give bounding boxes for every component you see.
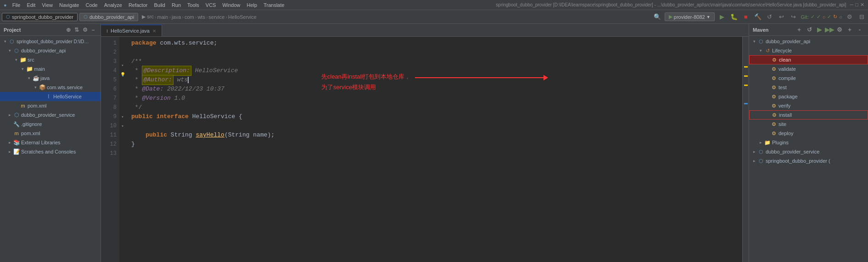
editor-tabs[interactable]: Ⅰ HelloService.java ✕: [101, 24, 749, 37]
maven-tree[interactable]: ▾ ⬡ dubbo_provider_api ▾ ↺ Lifecycle ⚙ c…: [749, 36, 868, 262]
undo-icon[interactable]: ↩: [777, 12, 786, 22]
menu-refactor[interactable]: Refactor: [126, 1, 151, 9]
project-tab-springboot[interactable]: ⬡ springboot_dubbo_provider: [2, 13, 78, 21]
menu-view[interactable]: View: [39, 1, 56, 9]
tree-item-src[interactable]: ▾ 📁 src: [0, 55, 101, 64]
maven-settings-icon[interactable]: ⚙: [835, 25, 844, 34]
maven-plugins[interactable]: ▸ 📁 Plugins: [749, 138, 868, 147]
run-icon[interactable]: ▶: [717, 12, 727, 22]
editor-tab-helloservice[interactable]: Ⅰ HelloService.java ✕: [101, 24, 162, 36]
code-editor[interactable]: 1 2 3 4 5 6 7 8 9 10 11 12 13: [101, 37, 749, 262]
window-minimize[interactable]: ─: [850, 2, 854, 8]
maven-run-icon2[interactable]: ▶▶: [825, 25, 834, 34]
menu-run[interactable]: Run: [169, 1, 184, 9]
maven-expand-icon[interactable]: +: [845, 25, 854, 34]
debug-icon[interactable]: 🐛: [729, 12, 739, 22]
breadcrumb-com[interactable]: com: [185, 14, 194, 20]
breadcrumb-service[interactable]: service: [209, 14, 225, 20]
line-fold-6: [119, 90, 126, 99]
code-line-2: [131, 48, 739, 57]
project-tab-icon: ⬡: [6, 14, 10, 19]
tree-item-gitignore[interactable]: 🔧 .gitignore: [0, 120, 101, 129]
maven-site[interactable]: ⚙ site: [749, 120, 868, 129]
menu-tools[interactable]: Tools: [185, 1, 202, 9]
menu-help[interactable]: Help: [244, 1, 260, 9]
search-icon[interactable]: 🔍: [653, 12, 662, 22]
tree-item-root[interactable]: ▾ ⬡ springboot_dubbo_provider D:\IDEA\le…: [0, 37, 101, 46]
menu-code[interactable]: Code: [83, 1, 100, 9]
maven-run-icon[interactable]: ▶: [815, 25, 824, 34]
project-tab-dubbo-api[interactable]: ⬡ dubbo_provider_api: [79, 13, 138, 21]
path-breadcrumb: ▶ src › main › java › com › wts › servic…: [142, 14, 257, 20]
tree-item-ext-libs[interactable]: ▸ 📚 External Libraries: [0, 138, 101, 147]
maven-clean[interactable]: ⚙ clean: [749, 55, 868, 64]
breadcrumb-java[interactable]: java: [172, 14, 181, 20]
maven-deploy[interactable]: ⚙ deploy: [749, 129, 868, 138]
panel-toolbar[interactable]: ⊕ ⇅ ⚙ –: [65, 26, 97, 34]
settings-icon[interactable]: ⚙: [845, 12, 854, 22]
maven-install[interactable]: ⚙ install: [749, 110, 868, 120]
menu-build[interactable]: Build: [151, 1, 168, 9]
code-content[interactable]: package com.wts.service; /** * @Descript…: [128, 37, 742, 262]
menu-navigate[interactable]: Navigate: [56, 1, 82, 9]
tree-item-pom2[interactable]: m pom.xml: [0, 129, 101, 138]
code-line-10: [131, 121, 739, 131]
maven-validate[interactable]: ⚙ validate: [749, 64, 868, 74]
tree-item-scratches[interactable]: ▸ 📝 Scratches and Consoles: [0, 147, 101, 156]
line-fold-13: [119, 164, 126, 173]
menu-analyze[interactable]: Analyze: [101, 1, 125, 9]
refresh-icon[interactable]: ↺: [765, 12, 774, 22]
maven-lifecycle[interactable]: ▾ ↺ Lifecycle: [749, 46, 868, 55]
maven-add-icon[interactable]: +: [795, 25, 804, 34]
panel-collapse-icon[interactable]: –: [90, 26, 97, 34]
tree-item-helloservice[interactable]: Ⅰ HelloService: [0, 92, 101, 101]
fold-icon-8[interactable]: ▾: [119, 112, 126, 121]
tab-close-icon[interactable]: ✕: [152, 28, 156, 34]
layout-icon[interactable]: ⊟: [857, 12, 866, 22]
redo-icon[interactable]: ↪: [789, 12, 798, 22]
breadcrumb-src[interactable]: ▶ src: [142, 14, 154, 20]
tree-item-main[interactable]: ▾ 📁 main: [0, 64, 101, 74]
server-selector[interactable]: ▶ provider-8082 ▼: [665, 12, 715, 21]
tree-item-package[interactable]: ▾ 📦 com.wts.service: [0, 83, 101, 92]
breadcrumb-wts[interactable]: wts: [197, 14, 205, 20]
breadcrumb-main[interactable]: main: [157, 14, 168, 20]
fold-icon-3[interactable]: ▾: [119, 61, 126, 70]
tree-item-pom1[interactable]: m pom.xml: [0, 101, 101, 110]
maven-springboot-provider[interactable]: ▸ ⬡ springboot_dubbo_provider (: [749, 156, 868, 165]
tree-label-helloservice: HelloService: [53, 94, 82, 99]
panel-sync-icon[interactable]: ⇅: [73, 26, 80, 34]
tree-item-dubbo-api[interactable]: ▾ ⬡ dubbo_provider_api: [0, 46, 101, 55]
maven-provider-service[interactable]: ▸ ⬡ dubbo_provider_service: [749, 147, 868, 156]
menu-window[interactable]: Window: [219, 1, 243, 9]
menu-file[interactable]: File: [10, 1, 23, 9]
title-bar: ● File Edit View Navigate Code Analyze R…: [0, 0, 868, 10]
breadcrumb-helloservice[interactable]: HelloService: [228, 14, 257, 20]
project-tree[interactable]: ▾ ⬡ springboot_dubbo_provider D:\IDEA\le…: [0, 36, 101, 262]
git-circle2: ○: [839, 14, 842, 20]
maven-refresh-icon[interactable]: ↺: [805, 25, 814, 34]
maven-package[interactable]: ⚙ package: [749, 92, 868, 101]
maven-dubbo-api[interactable]: ▾ ⬡ dubbo_provider_api: [749, 37, 868, 46]
project-panel: Project ⊕ ⇅ ⚙ – ▾ ⬡ springboot_dubbo_pro…: [0, 24, 101, 262]
tree-item-java[interactable]: ▾ ☕ java: [0, 74, 101, 83]
menu-translate[interactable]: Translate: [261, 1, 287, 9]
maven-compile[interactable]: ⚙ compile: [749, 74, 868, 83]
build-icon[interactable]: 🔨: [753, 12, 762, 22]
menu-edit[interactable]: Edit: [24, 1, 38, 9]
maven-test[interactable]: ⚙ test: [749, 83, 868, 92]
tree-item-service[interactable]: ▸ ⬡ dubbo_provider_service: [0, 110, 101, 120]
maven-verify[interactable]: ⚙ verify: [749, 101, 868, 110]
project-tabs[interactable]: ⬡ springboot_dubbo_provider ⬡ dubbo_prov…: [2, 13, 138, 21]
fold-icon-9[interactable]: ▾: [119, 121, 126, 131]
menu-vcs[interactable]: VCS: [203, 1, 219, 9]
maven-toolbar[interactable]: + ↺ ▶ ▶▶ ⚙ + -: [795, 25, 864, 34]
window-close[interactable]: ✕: [860, 2, 864, 8]
gutter-marker-3: [744, 85, 748, 86]
window-maximize[interactable]: □: [855, 2, 858, 8]
panel-settings-icon[interactable]: ⚙: [81, 26, 89, 34]
maven-collapse-icon[interactable]: -: [855, 25, 864, 34]
menu-bar[interactable]: File Edit View Navigate Code Analyze Ref…: [10, 1, 287, 9]
stop-icon[interactable]: ■: [741, 12, 750, 22]
panel-add-icon[interactable]: ⊕: [65, 26, 72, 34]
